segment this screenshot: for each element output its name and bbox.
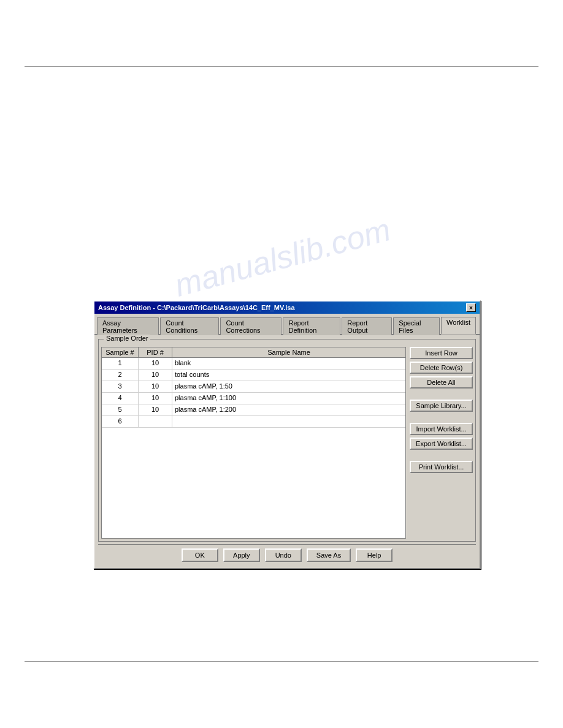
print-worklist-button[interactable]: Print Worklist... <box>410 461 473 473</box>
table-row[interactable]: 1 10 blank <box>102 358 405 370</box>
side-buttons: Insert Row Delete Row(s) Delete All Samp… <box>410 347 473 539</box>
sample-order-group: Sample Order Sample # PID # Sample Name … <box>98 339 476 542</box>
table-row[interactable]: 5 10 plasma cAMP, 1:200 <box>102 404 405 416</box>
table-row[interactable]: 6 <box>102 416 405 428</box>
col-sample-header: Sample # <box>102 347 139 357</box>
save-as-button[interactable]: Save As <box>307 548 351 562</box>
tab-report-definition[interactable]: Report Definition <box>283 317 340 335</box>
cell-name-1: blank <box>172 358 405 369</box>
dialog-title: Assay Definition - C:\Packard\TriCarb\As… <box>98 304 295 311</box>
table-row[interactable]: 3 10 plasma cAMP, 1:50 <box>102 381 405 393</box>
cell-sample-2: 2 <box>102 370 139 381</box>
spacer-1 <box>410 391 473 397</box>
delete-rows-button[interactable]: Delete Row(s) <box>410 362 473 374</box>
tab-assay-parameters[interactable]: Assay Parameters <box>97 317 159 335</box>
cell-sample-5: 5 <box>102 404 139 415</box>
spacer-3 <box>410 452 473 458</box>
dialog-footer: OK Apply Undo Save As Help <box>98 544 476 564</box>
assay-definition-dialog: Assay Definition - C:\Packard\TriCarb\As… <box>93 300 481 569</box>
apply-button[interactable]: Apply <box>223 548 260 562</box>
sample-table: Sample # PID # Sample Name 1 10 blank <box>101 347 406 539</box>
title-bar: Assay Definition - C:\Packard\TriCarb\As… <box>94 301 480 314</box>
tab-count-corrections[interactable]: Count Corrections <box>220 317 282 335</box>
dialog-content: Sample Order Sample # PID # Sample Name … <box>94 335 480 568</box>
cell-sample-1: 1 <box>102 358 139 369</box>
cell-name-4: plasma cAMP, 1:100 <box>172 393 405 404</box>
cell-pid-2: 10 <box>139 370 172 381</box>
export-worklist-button[interactable]: Export Worklist... <box>410 438 473 450</box>
table-row[interactable]: 4 10 plasma cAMP, 1:100 <box>102 393 405 404</box>
col-name-header: Sample Name <box>172 347 405 357</box>
tab-special-files[interactable]: Special Files <box>393 317 440 335</box>
delete-all-button[interactable]: Delete All <box>410 376 473 389</box>
help-button[interactable]: Help <box>356 548 393 562</box>
watermark: manualslib.com <box>170 211 394 303</box>
cell-name-2: total counts <box>172 370 405 381</box>
cell-sample-3: 3 <box>102 381 139 392</box>
undo-button[interactable]: Undo <box>265 548 302 562</box>
cell-name-6 <box>172 416 405 427</box>
table-empty-area <box>102 428 405 538</box>
sample-library-button[interactable]: Sample Library... <box>410 400 473 412</box>
cell-pid-5: 10 <box>139 404 172 415</box>
cell-pid-4: 10 <box>139 393 172 404</box>
insert-row-button[interactable]: Insert Row <box>410 347 473 359</box>
cell-sample-6: 6 <box>102 416 139 427</box>
sample-order-legend: Sample Order <box>104 335 150 342</box>
group-content: Sample # PID # Sample Name 1 10 blank <box>101 347 473 539</box>
ok-button[interactable]: OK <box>182 548 218 562</box>
table-row[interactable]: 2 10 total counts <box>102 370 405 381</box>
bottom-rule <box>25 661 538 662</box>
cell-pid-1: 10 <box>139 358 172 369</box>
cell-name-3: plasma cAMP, 1:50 <box>172 381 405 392</box>
table-body: 1 10 blank 2 10 total counts 3 <box>102 358 405 538</box>
close-button[interactable]: × <box>466 303 476 312</box>
tabs-bar: Assay Parameters Count Conditions Count … <box>94 314 480 335</box>
top-rule <box>25 66 538 67</box>
table-header: Sample # PID # Sample Name <box>102 347 405 358</box>
spacer-2 <box>410 414 473 420</box>
cell-pid-3: 10 <box>139 381 172 392</box>
cell-sample-4: 4 <box>102 393 139 404</box>
col-pid-header: PID # <box>139 347 172 357</box>
cell-pid-6 <box>139 416 172 427</box>
tab-report-output[interactable]: Report Output <box>342 317 392 335</box>
tab-count-conditions[interactable]: Count Conditions <box>160 317 219 335</box>
import-worklist-button[interactable]: Import Worklist... <box>410 423 473 435</box>
tab-worklist[interactable]: Worklist <box>441 317 476 335</box>
cell-name-5: plasma cAMP, 1:200 <box>172 404 405 415</box>
